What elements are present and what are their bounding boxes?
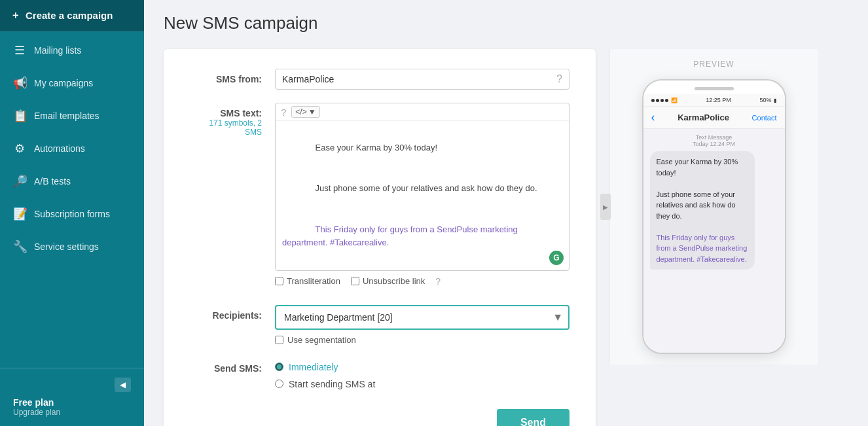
msg-line1: Ease your Karma by 30% today!: [657, 158, 738, 177]
sms-line2: Just phone some of your relatives and as…: [316, 183, 537, 193]
sidebar-item-mailing-lists[interactable]: ☰ Mailing lists: [0, 34, 144, 67]
message-bubble: Ease your Karma by 30% today! Just phone…: [650, 151, 755, 270]
send-row: Send: [190, 409, 570, 426]
msg-line3: This Friday only for guys from a SendPul…: [657, 234, 748, 263]
wifi-icon: 📶: [671, 98, 678, 103]
sms-textarea-wrapper: ? </> ▼ Ease your Karma by 30% today! Ju…: [275, 103, 570, 271]
send-sms-field: Immediately Start sending SMS at: [275, 358, 570, 389]
status-left: 📶: [651, 98, 678, 103]
scheduled-radio[interactable]: [275, 380, 283, 388]
create-campaign-label: Create a campaign: [26, 10, 113, 21]
msg-date-label: Text Message: [650, 134, 778, 141]
immediately-radio-label[interactable]: Immediately: [275, 362, 570, 372]
dropdown-arrow: ▼: [308, 107, 316, 116]
phone-mockup: 📶 12:25 PM 50% ▮ ‹ KarmaPolice Contact T…: [642, 79, 786, 354]
sidebar-item-automations[interactable]: ⚙ Automations: [0, 132, 144, 165]
phone-time: 12:25 PM: [706, 97, 731, 103]
battery-icon: ▮: [774, 98, 776, 103]
recipients-select-wrapper: Marketing Department [20] ▼: [275, 305, 570, 330]
scheduled-label: Start sending SMS at: [289, 379, 375, 389]
send-sms-radio-group: Immediately Start sending SMS at: [275, 358, 570, 389]
sidebar-item-label: Mailing lists: [34, 45, 81, 56]
send-button[interactable]: Send: [497, 409, 570, 426]
back-icon[interactable]: ‹: [651, 111, 655, 124]
transliteration-checkbox-label[interactable]: Transliteration: [275, 276, 340, 286]
automations-icon: ⚙: [13, 141, 26, 156]
code-icon: </>: [295, 107, 306, 116]
form-card: SMS from: ? SMS text: 171 symbols, 2 SMS: [164, 49, 596, 426]
phone-notch: [695, 87, 734, 90]
contact-button[interactable]: Contact: [752, 114, 777, 122]
recipients-row: Recipients: Marketing Department [20] ▼ …: [190, 305, 570, 345]
battery-level: 50%: [759, 97, 771, 103]
recipients-field: Marketing Department [20] ▼ Use segmenta…: [275, 305, 570, 345]
preview-label: PREVIEW: [693, 60, 734, 69]
sidebar-nav: ☰ Mailing lists 📢 My campaigns 📋 Email t…: [0, 31, 144, 368]
preview-collapse-button[interactable]: ▶: [600, 194, 611, 220]
grammarly-icon: G: [549, 251, 564, 265]
create-icon: ＋: [10, 9, 20, 22]
sidebar-item-ab-tests[interactable]: 🔎 A/B tests: [0, 165, 144, 198]
message-date: Text Message Today 12:24 PM: [650, 134, 778, 147]
status-right: 50% ▮: [759, 97, 776, 103]
sms-from-input-wrapper: ?: [275, 69, 570, 90]
help-icon[interactable]: ?: [556, 73, 562, 85]
scheduled-radio-label[interactable]: Start sending SMS at: [275, 379, 570, 389]
ab-tests-icon: 🔎: [13, 174, 26, 188]
mailing-lists-icon: ☰: [13, 43, 26, 58]
sidebar-item-subscription-forms[interactable]: 📝 Subscription forms: [0, 198, 144, 230]
my-campaigns-icon: 📢: [13, 76, 26, 90]
create-campaign-button[interactable]: ＋ Create a campaign: [0, 0, 144, 31]
unsubscribe-link-checkbox-label[interactable]: Unsubscribe link: [351, 276, 425, 286]
sms-from-label: SMS from:: [190, 69, 275, 84]
sms-text-label-main: SMS text:: [220, 108, 262, 118]
code-format-button[interactable]: </> ▼: [291, 106, 319, 118]
sidebar-bottom: ◀ Free plan Upgrade plan: [0, 368, 144, 426]
signal-dots: [651, 99, 668, 102]
send-sms-label: Send SMS:: [190, 358, 275, 374]
signal-dot: [656, 99, 659, 102]
sidebar-item-label: My campaigns: [34, 78, 93, 88]
use-segmentation-label: Use segmentation: [287, 335, 356, 345]
unsubscribe-help-icon[interactable]: ?: [435, 276, 441, 287]
textarea-help-icon[interactable]: ?: [281, 107, 286, 118]
sidebar-item-label: Subscription forms: [34, 209, 110, 219]
recipients-label: Recipients:: [190, 305, 275, 321]
use-segmentation-row: Use segmentation: [275, 335, 570, 345]
subscription-forms-icon: 📝: [13, 207, 26, 221]
sms-text-content[interactable]: Ease your Karma by 30% today! Just phone…: [276, 121, 569, 270]
immediately-radio[interactable]: [275, 363, 283, 371]
signal-dot: [660, 99, 664, 102]
checkbox-row: Transliteration Unsubscribe link ?: [275, 271, 570, 292]
phone-header: ‹ KarmaPolice Contact: [643, 107, 785, 129]
phone-sender-name: KarmaPolice: [678, 113, 729, 122]
sidebar-item-my-campaigns[interactable]: 📢 My campaigns: [0, 67, 144, 99]
sms-text-field: ? </> ▼ Ease your Karma by 30% today! Ju…: [275, 103, 570, 292]
sms-line1: Ease your Karma by 30% today!: [316, 143, 437, 152]
phone-status-bar: 📶 12:25 PM 50% ▮: [643, 94, 785, 107]
sidebar-item-label: A/B tests: [34, 176, 71, 186]
msg-line2: Just phone some of your relatives and as…: [657, 190, 736, 220]
send-sms-row: Send SMS: Immediately Start sending SMS …: [190, 358, 570, 389]
sms-line3: This Friday only for guys from a SendPul…: [282, 224, 520, 248]
signal-dot: [651, 99, 655, 102]
recipients-select[interactable]: Marketing Department [20]: [275, 305, 570, 330]
sidebar-item-label: Automations: [34, 143, 85, 154]
msg-time-label: Today 12:24 PM: [650, 141, 778, 147]
sidebar-item-label: Service settings: [34, 241, 99, 252]
upgrade-plan-link[interactable]: Upgrade plan: [13, 408, 131, 417]
transliteration-label: Transliteration: [287, 276, 340, 286]
phone-top: [643, 80, 785, 94]
page-title: New SMS campaign: [164, 13, 848, 33]
transliteration-checkbox[interactable]: [275, 277, 283, 285]
service-settings-icon: 🔧: [13, 240, 26, 254]
sms-from-input[interactable]: [282, 74, 556, 84]
sidebar-item-email-templates[interactable]: 📋 Email templates: [0, 99, 144, 132]
use-segmentation-checkbox[interactable]: [275, 336, 283, 344]
unsubscribe-link-checkbox[interactable]: [351, 277, 359, 285]
sidebar: ＋ Create a campaign ☰ Mailing lists 📢 My…: [0, 0, 144, 426]
sms-text-label: SMS text: 171 symbols, 2 SMS: [190, 103, 275, 137]
sidebar-item-service-settings[interactable]: 🔧 Service settings: [0, 230, 144, 263]
sidebar-collapse-button[interactable]: ◀: [115, 378, 131, 392]
sms-from-row: SMS from: ?: [190, 69, 570, 90]
